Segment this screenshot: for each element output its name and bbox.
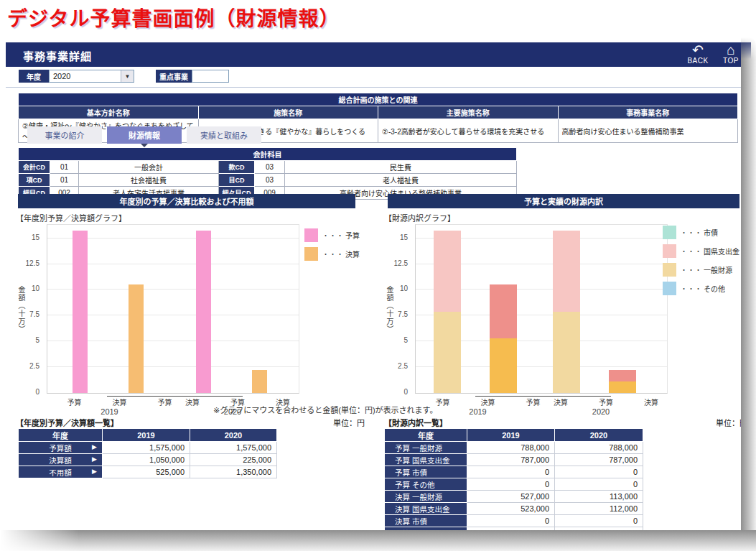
account-label: 目CD [219,174,255,187]
year-select-value: 2020 [53,72,70,80]
bar-2019-予算-予算[interactable] [73,231,88,393]
tab-results-efforts[interactable]: 実績と取組み [187,126,261,144]
y-tick-label: 10 [400,284,408,292]
source-table-caption: 【財源内訳一覧】 [384,417,447,428]
plot-area [415,224,668,394]
top-label: TOP [723,57,739,65]
value-cell: 788,000 [555,442,643,454]
account-name: 民生費 [285,161,517,174]
legend-item-general-funds[interactable]: ・・・ 一般財源 [663,263,739,277]
legend-dots: ・・・ [681,246,702,256]
y-tick-label: 12.5 [26,259,39,267]
home-icon: ⌂ [727,44,734,57]
axis-group-divider [475,396,611,397]
bar-2019-決算-一般財源[interactable] [490,338,517,393]
table-row: 決算 一般財源527,000113,000 [385,491,643,503]
col-header: 2019 [467,429,555,442]
account-code: 01 [50,161,79,174]
y-tick-label: 10 [32,284,39,292]
year-select[interactable]: 2020 ▼ [49,70,134,83]
legend-label: 決算 [345,249,360,259]
y-tick-label: 7.5 [29,310,39,318]
account-name: 老人福祉費 [285,174,517,187]
legend-item-other[interactable]: ・・・ その他 [663,282,739,295]
col-header: 2020 [190,429,277,442]
x-year-label: 2019 [101,407,118,416]
legend-item-national-subsidy[interactable]: ・・・ 国県支出金 [663,244,739,258]
y-axis-ticks: 02.557.51012.515 [384,224,411,392]
y-tick-label: 15 [400,233,408,241]
table-row: 不用額▶ 525,000 1,350,000 [19,466,277,478]
row-label: 決算 市債 [385,515,467,527]
y-tick-label: 2.5 [398,362,408,370]
relation-col-header: 施策名称 [198,106,378,119]
bar-2019-決算-決算[interactable] [129,284,144,393]
x-year-label: 2020 [592,407,610,416]
x-tick-label: 決算 [554,397,568,407]
legend-swatch [304,228,318,242]
top-button[interactable]: ⌂ TOP [718,44,744,65]
tab-business-intro[interactable]: 事業の紹介 [27,126,102,144]
bar-2020-決算-国県支出金[interactable] [609,370,636,381]
value-cell: 1,050,000 [103,454,190,466]
page-title: デジタル予算書画面例（財源情報） [7,3,340,32]
row-label: 予算 その他 [385,478,467,491]
legend-swatch [663,226,676,239]
table-row: 決算額▶ 1,050,000 225,000 [19,454,277,466]
col-header: 年度 [385,429,467,442]
value-cell: 787,000 [467,454,555,466]
y-tick-label: 12.5 [394,259,408,267]
bar-2019-予算-一般財源[interactable] [434,312,461,393]
row-label-settlement-amount[interactable]: 決算額▶ [19,454,103,466]
section-title-source-breakdown: 予算と実績の財源内訳 [388,194,739,208]
account-name: 一般会計 [79,161,219,174]
row-label-unused-amount[interactable]: 不用額▶ [19,466,103,478]
page-shadow [0,530,756,551]
chart-legend: ・・・ 予算 ・・・ 決算 [304,228,360,261]
back-button[interactable]: ↶ BACK [685,44,711,65]
bar-2019-決算-国県支出金[interactable] [490,284,517,338]
table-row: 決算 国県支出金523,000112,000 [385,503,643,515]
legend-item-city-bonds[interactable]: ・・・ 市債 [663,226,739,239]
app-header: 事務事業詳細 ↶ BACK ⌂ TOP [6,42,751,67]
legend-label: 一般財源 [704,264,732,275]
page-shadow [741,37,756,533]
relation-col-header: 基本方針名称 [19,106,199,119]
row-label: 予算 一般財源 [385,442,467,454]
back-label: BACK [687,57,708,65]
bar-2020-決算-決算[interactable] [252,370,267,393]
legend-dots: ・・・ [681,265,702,274]
tab-financial-source[interactable]: 財源情報 [107,126,182,144]
bar-2020-決算-一般財源[interactable] [609,381,636,393]
legend-item-settlement[interactable]: ・・・ 決算 [304,247,360,261]
divider [6,87,751,88]
value-cell: 0 [467,466,555,478]
legend-item-budget[interactable]: ・・・ 予算 [304,228,360,242]
bar-2020-予算-国県支出金[interactable] [553,231,580,312]
dropdown-arrow-icon[interactable]: ▼ [121,70,134,82]
table-row: 決算 市債00 [385,515,643,527]
budget-settlement-bar-chart: 金額（十万） 02.557.51012.515 予算決算予算決算予算決算2019… [16,221,370,407]
relation-cell: ②-3-2高齢者が安心して暮らせる環境を充実させる [378,119,559,143]
legend-swatch [304,247,318,261]
chart-legend: ・・・ 市債 ・・・ 国県支出金 ・・・ 一般財源 ・・・ その他 [663,226,739,295]
value-cell: 0 [467,515,555,527]
y-tick-label: 0 [35,388,39,396]
bar-2019-予算-国県支出金[interactable] [434,231,461,312]
bar-2020-予算-一般財源[interactable] [553,312,580,393]
legend-label: 予算 [345,230,360,241]
value-cell: 225,000 [190,454,277,466]
value-cell: 787,000 [555,454,643,466]
relation-col-header: 事務事業名称 [558,106,738,119]
priority-label: 重点事業 [156,70,192,83]
account-code: 01 [50,174,79,187]
section-title-budget-comparison: 年度別の予算／決算比較および不用額 [18,194,355,208]
priority-input[interactable] [192,70,229,83]
relation-cell: 高齢者向け安心住まいる整備補助事業 [558,119,738,143]
row-label-budget-amount[interactable]: 予算額▶ [19,442,103,454]
row-label: 決算 国県支出金 [385,503,467,515]
expand-arrow-icon: ▶ [92,468,97,475]
x-tick-label: 決算 [113,397,127,407]
expand-arrow-icon: ▶ [92,443,97,450]
bar-2020-予算-予算[interactable] [196,231,211,393]
